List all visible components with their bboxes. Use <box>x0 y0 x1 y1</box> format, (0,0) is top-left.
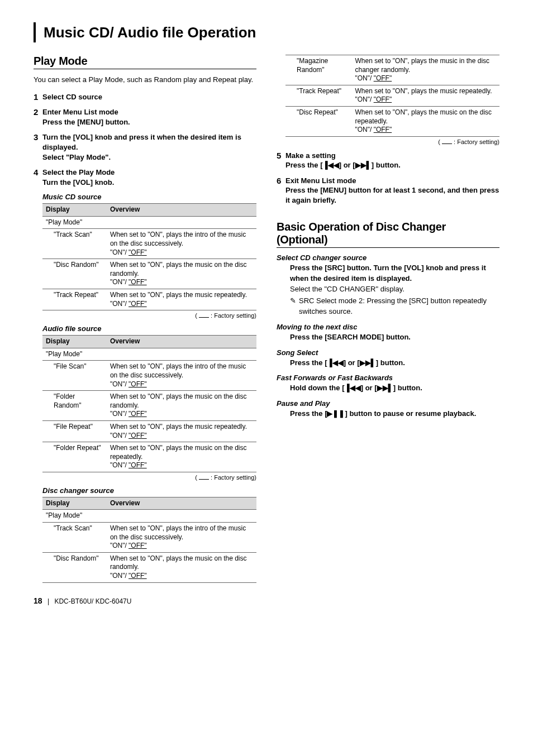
cell-overview: When set to "ON", plays the music repeat… <box>351 85 499 106</box>
next-icon: ▶▶▌ <box>377 384 393 392</box>
step-sub: Press the [MENU] button for at least 1 s… <box>285 185 499 205</box>
divider <box>277 247 499 248</box>
table-row: "Play Mode" <box>42 348 256 361</box>
step: 4 Select the Play ModeTurn the [VOL] kno… <box>34 168 256 187</box>
step-number: 5 <box>277 151 285 160</box>
cell-overview: When set to "ON", plays the music on the… <box>351 106 499 136</box>
cell-overview: When set to "ON", plays the music on the… <box>107 391 256 421</box>
step-title: Enter Menu List mode <box>42 107 256 117</box>
cell-display: "Track Scan" <box>42 229 107 259</box>
music-cd-table: DisplayOverview "Play Mode" "Track Scan"… <box>42 203 256 310</box>
title-accent-bar <box>34 22 36 42</box>
select-cd-changer-bold: Press the [SRC] button. Turn the [VOL] k… <box>290 263 499 284</box>
src-note-text: SRC Select mode 2: Pressing the [SRC] bu… <box>299 296 499 317</box>
disc-changer-source-label: Disc changer source <box>42 486 256 495</box>
footer-models: KDC-BT60U/ KDC-6047U <box>54 597 131 605</box>
select-cd-changer-label: Select CD changer source <box>277 253 499 262</box>
cell-display: "Track Repeat" <box>285 85 351 106</box>
footer-sep: | <box>47 597 49 605</box>
play-mode-intro: You can select a Play Mode, such as Rand… <box>34 75 256 85</box>
step-title: Select CD source <box>42 92 256 102</box>
step-number: 2 <box>34 107 42 117</box>
page-number: 18 <box>34 596 42 605</box>
table-row: "Play Mode" <box>42 510 256 523</box>
col-overview: Overview <box>107 204 256 217</box>
step: 3 Turn the [VOL] knob and press it when … <box>34 132 256 162</box>
cell-overview: When set to "ON", plays the music on the… <box>107 259 256 289</box>
cell-overview: When set to "ON", plays the intro of the… <box>107 229 256 259</box>
step-title: Exit Menu List mode <box>285 176 499 186</box>
factory-note: ( : Factory setting) <box>42 474 256 481</box>
playpause-icon: ▶❚❚ <box>327 409 345 418</box>
play-mode-heading: Play Mode <box>34 55 256 68</box>
table-row: "Disc Random" When set to "ON", plays th… <box>42 259 256 289</box>
prev-icon: ▐◀◀ <box>327 358 343 367</box>
table-row: "Disc Repeat" When set to "ON", plays th… <box>285 106 499 136</box>
next-icon: ▶▶▌ <box>355 161 372 169</box>
cell-overview: When set to "ON", plays the music on the… <box>107 552 256 582</box>
table-row: "Track Repeat" When set to "ON", plays t… <box>285 85 499 106</box>
prev-icon: ▐◀◀ <box>322 161 339 169</box>
basic-operation-heading: Basic Operation of Disc Changer (Optiona… <box>277 221 499 246</box>
col-overview: Overview <box>107 336 256 348</box>
step-sub: Select "Play Mode". <box>42 152 256 162</box>
divider <box>34 69 256 69</box>
pause-play-label: Pause and Play <box>277 399 499 408</box>
table-row: "Track Scan" When set to "ON", plays the… <box>42 523 256 553</box>
cell-display: "Track Repeat" <box>42 289 107 310</box>
step-sub: Press the [▐◀◀] or [▶▶▌] button. <box>285 160 499 170</box>
audio-file-table: DisplayOverview "Play Mode" "File Scan" … <box>42 335 256 472</box>
cell-display: "Folder Repeat" <box>42 442 107 472</box>
factory-note: ( : Factory setting) <box>285 138 499 145</box>
step: 2 Enter Menu List modePress the [MENU] b… <box>34 107 256 127</box>
fast-forward-bold: Hold down the [▐◀◀] or [▶▶▌] button. <box>290 383 499 394</box>
step-title: Select the Play Mode <box>42 168 256 178</box>
step-5: 5 Make a setting Press the [▐◀◀] or [▶▶▌… <box>277 151 499 170</box>
cell-display: "Magazine Random" <box>285 55 351 85</box>
src-note: ✎ SRC Select mode 2: Pressing the [SRC] … <box>290 296 499 317</box>
cell-overview: When set to "ON", plays the music in the… <box>351 55 499 85</box>
next-icon: ▶▶▌ <box>360 358 376 367</box>
step-number: 3 <box>34 132 42 142</box>
music-cd-source-label: Music CD source <box>42 193 256 201</box>
step-sub: Press the [MENU] button. <box>42 117 256 127</box>
cell-display: "Disc Random" <box>42 259 107 289</box>
col-display: Display <box>42 497 107 510</box>
cell-display: "Disc Random" <box>42 552 107 582</box>
cell-display: "File Repeat" <box>42 420 107 442</box>
page-title-bar: Music CD/ Audio file Operation <box>34 22 499 42</box>
col-display: Display <box>42 336 107 348</box>
cell-overview: When set to "ON", plays the intro of the… <box>107 523 256 553</box>
table-row: "Play Mode" <box>42 216 256 229</box>
step-number: 6 <box>277 176 285 185</box>
audio-file-source-label: Audio file source <box>42 324 256 333</box>
step-6: 6 Exit Menu List mode Press the [MENU] b… <box>277 176 499 205</box>
cell-overview: When set to "ON", plays the music repeat… <box>107 420 256 442</box>
table-row: "Magazine Random" When set to "ON", play… <box>285 55 499 85</box>
step: 1 Select CD source <box>34 92 256 102</box>
right-column: "Magazine Random" When set to "ON", play… <box>277 55 499 583</box>
table-row: "Folder Random" When set to "ON", plays … <box>42 391 256 421</box>
table-row: "Track Repeat" When set to "ON", plays t… <box>42 289 256 310</box>
disc-changer-table-cont: "Magazine Random" When set to "ON", play… <box>285 55 499 137</box>
cell-display: "Track Scan" <box>42 523 107 553</box>
table-row: "Disc Random" When set to "ON", plays th… <box>42 552 256 582</box>
prev-icon: ▐◀◀ <box>344 384 360 392</box>
step-number: 1 <box>34 92 42 102</box>
moving-next-disc-bold: Press the [SEARCH MODE] button. <box>290 332 499 343</box>
page-footer: 18 | KDC-BT60U/ KDC-6047U <box>34 596 499 605</box>
disc-changer-table: DisplayOverview "Play Mode" "Track Scan"… <box>42 497 256 583</box>
table-row: "File Scan" When set to "ON", plays the … <box>42 361 256 391</box>
fast-forward-label: Fast Forwards or Fast Backwards <box>277 374 499 382</box>
left-column: Play Mode You can select a Play Mode, su… <box>34 55 256 583</box>
cell-display: "Disc Repeat" <box>285 106 351 136</box>
cell-display: "Folder Random" <box>42 391 107 421</box>
col-display: Display <box>42 204 107 217</box>
cell-overview: When set to "ON", plays the music on the… <box>107 442 256 472</box>
factory-note: ( : Factory setting) <box>42 312 256 319</box>
step-number: 4 <box>34 168 42 177</box>
table-row: "Folder Repeat" When set to "ON", plays … <box>42 442 256 472</box>
cell-overview: When set to "ON", plays the intro of the… <box>107 361 256 391</box>
cell-overview: When set to "ON", plays the music repeat… <box>107 289 256 310</box>
song-select-label: Song Select <box>277 348 499 357</box>
